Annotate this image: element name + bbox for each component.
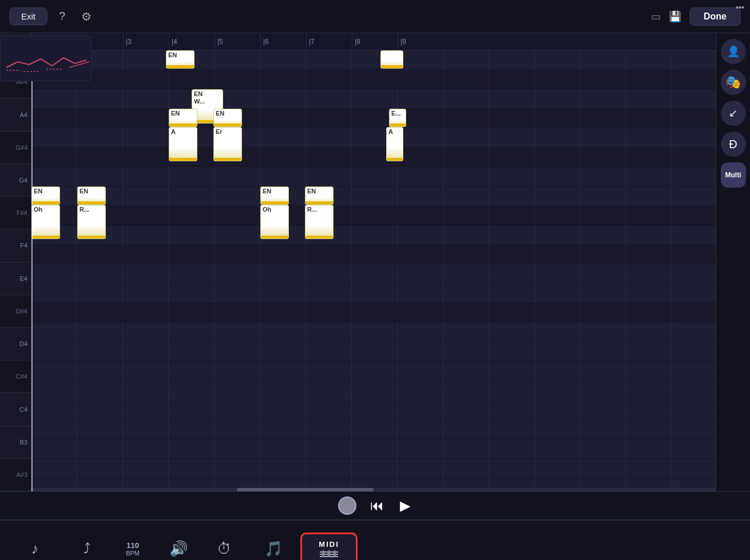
key-cs4[interactable]: C#4	[0, 360, 31, 393]
beat-3: |3	[123, 33, 132, 50]
emotion-icon: ⤴	[84, 541, 90, 557]
grid-row-fs4	[31, 148, 716, 167]
beat-5: |5	[215, 33, 223, 50]
key-c4[interactable]: C4	[0, 393, 31, 426]
metronome-icon: 🎵	[264, 540, 283, 558]
person-icon: 👤	[727, 45, 740, 58]
avatar-icon: 🎭	[725, 75, 741, 90]
toolbar-song[interactable]: ♪ / Song 383.w	[6, 534, 64, 560]
right-sidebar: 👤 🎭 ↙ Ð Multi	[716, 33, 750, 491]
beat-ruler: |1 |2 |3 |4 |5 |6 |7 |8 |9	[31, 33, 716, 50]
beat-9: |9	[398, 33, 406, 50]
svg-rect-7	[322, 550, 324, 557]
note-block-en-f4-4[interactable]: EN	[305, 186, 334, 205]
top-bar: Exit ? ⚙ ▭ 💾 Done	[0, 0, 750, 33]
toolbar-emotion[interactable]: ⤴ Emotion	[64, 535, 110, 560]
beat-6: |6	[260, 33, 269, 50]
midi-icon-group: MIDI	[319, 540, 339, 558]
grid-row-ds4	[31, 206, 716, 225]
beat-8: |8	[352, 33, 360, 50]
grid-row-gs4	[31, 109, 716, 128]
key-g4[interactable]: G4	[0, 164, 31, 197]
key-d4[interactable]: D4	[0, 328, 31, 360]
key-f4[interactable]: F4	[0, 229, 31, 262]
curve-icon: ↙	[729, 107, 737, 120]
midi-symbol-svg	[319, 550, 339, 558]
note-block-r-f4-2[interactable]: R...	[305, 205, 334, 239]
toolbar-mixer[interactable]: 🔊 Mixer	[156, 534, 201, 560]
multi-button[interactable]: Multi	[721, 162, 746, 188]
mini-preview	[0, 35, 92, 81]
playhead	[31, 50, 33, 491]
person-button[interactable]: 👤	[721, 39, 746, 64]
settings-button[interactable]: ⚙	[77, 7, 96, 26]
record-button[interactable]	[338, 497, 356, 515]
help-button[interactable]: ?	[54, 7, 70, 25]
three-dots: •••	[736, 3, 744, 12]
mixer-icon: 🔊	[169, 540, 188, 558]
note-block-oh-f4-2[interactable]: Oh	[260, 205, 289, 239]
note-block-en-b4-1[interactable]: EN	[166, 50, 195, 69]
note-block-en-gs4-1[interactable]: EN	[169, 109, 197, 127]
key-b3[interactable]: B3	[0, 426, 31, 459]
grid-content[interactable]: EN EN W... EN EN A	[31, 50, 716, 491]
piano-keys: B4 A#4 A4 G#4 G4 F#4 F4 E4 D#4 D4 C#4 C4…	[0, 33, 31, 491]
key-fs4[interactable]: F#4	[0, 197, 31, 229]
bottom-toolbar: ♪ / Song 383.w ⤴ Emotion 110 BPM Tempo 🔊…	[0, 520, 750, 560]
beat-4: |4	[169, 33, 177, 50]
svg-rect-9	[334, 550, 336, 557]
multi-label: Multi	[725, 171, 741, 179]
d-button[interactable]: Ð	[721, 132, 746, 157]
top-bar-right: ▭ 💾 Done	[651, 7, 741, 26]
note-block-en-right[interactable]: E...	[389, 109, 406, 127]
beat-7: |7	[306, 33, 315, 50]
key-gs4[interactable]: G#4	[0, 132, 31, 164]
note-block-en-f4-2[interactable]: EN	[77, 186, 106, 205]
key-ds4[interactable]: D#4	[0, 295, 31, 328]
key-as3[interactable]: A#3	[0, 459, 31, 491]
toolbar-speed[interactable]: ⏱ Speedx1	[201, 534, 247, 560]
key-e4[interactable]: E4	[0, 263, 31, 295]
done-button[interactable]: Done	[689, 7, 741, 26]
toolbar-tempo[interactable]: 110 BPM Tempo	[110, 535, 156, 560]
grid-row-cs4	[31, 245, 716, 264]
grid-row-as4	[31, 70, 716, 89]
play-button[interactable]: ▶	[398, 495, 412, 516]
note-block-en-f4-3[interactable]: EN	[260, 186, 289, 205]
note-block-en-gs4-2[interactable]: EN	[213, 109, 242, 127]
speed-icon: ⏱	[217, 540, 232, 558]
toolbar-metronome[interactable]: 🎵 Metronome	[247, 534, 300, 560]
note-block-b4-right[interactable]	[380, 50, 403, 69]
curve-button[interactable]: ↙	[721, 101, 746, 126]
exit-button[interactable]: Exit	[9, 7, 47, 25]
mini-preview-svg	[1, 36, 92, 81]
grid-row-as3	[31, 303, 716, 323]
avatar-button[interactable]: 🎭	[721, 70, 746, 95]
note-block-er-gs4[interactable]: Er	[213, 127, 242, 161]
svg-rect-8	[328, 550, 330, 557]
note-block-a-gs4[interactable]: A	[169, 127, 197, 161]
toolbar-import-midi[interactable]: MIDI Import MIDI	[300, 533, 358, 560]
grid-area[interactable]: |1 |2 |3 |4 |5 |6 |7 |8 |9 EN	[31, 33, 716, 491]
note-block-a-right[interactable]: A	[386, 127, 403, 161]
top-bar-left: Exit ? ⚙	[9, 7, 96, 26]
main-layout: B4 A#4 A4 G#4 G4 F#4 F4 E4 D#4 D4 C#4 C4…	[0, 33, 750, 491]
save-icon: 💾	[669, 10, 681, 23]
note-block-en-f4-1[interactable]: EN	[31, 186, 60, 205]
note-block-oh-f4-1[interactable]: Oh	[31, 205, 60, 239]
note-block-r-f4-1[interactable]: R...	[77, 205, 106, 239]
midi-text: MIDI	[319, 540, 339, 549]
key-a4[interactable]: A4	[0, 98, 31, 131]
rewind-button[interactable]: ⏮	[368, 495, 386, 516]
transport-bar: ⏮ ▶	[0, 491, 750, 520]
d-icon: Ð	[729, 138, 737, 151]
song-icon: ♪	[31, 540, 39, 558]
battery-icon: ▭	[651, 10, 661, 23]
